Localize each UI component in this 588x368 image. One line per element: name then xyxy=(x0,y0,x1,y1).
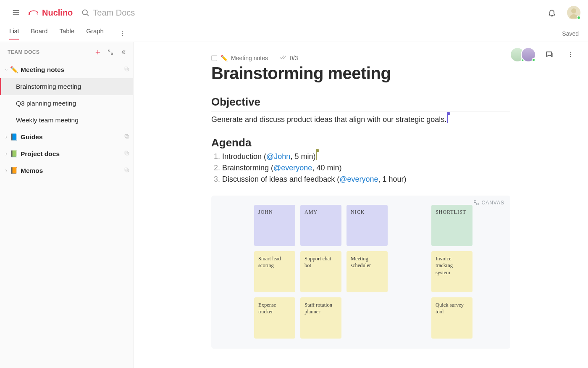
svg-point-2 xyxy=(122,31,123,32)
canvas-note[interactable]: Invoice tracking system xyxy=(431,251,472,292)
search-input[interactable] xyxy=(93,8,202,18)
task-progress[interactable]: 0/3 xyxy=(280,55,298,61)
chevron-right-icon xyxy=(3,152,9,156)
svg-rect-7 xyxy=(126,135,129,138)
canvas-note[interactable]: Smart lead scoring xyxy=(254,251,295,292)
sidebar-item-label: Q3 planning meeting xyxy=(16,100,76,107)
sidebar-tree: ✏️ Meeting notes Brainstorming meeting Q… xyxy=(0,61,133,179)
sidebar-item-label: Guides xyxy=(21,133,43,141)
app-name: Nuclino xyxy=(42,8,73,18)
svg-rect-10 xyxy=(125,151,128,154)
sidebar-item-label: Memos xyxy=(21,167,43,175)
section-agenda-heading[interactable]: Agenda xyxy=(211,136,510,149)
svg-point-4 xyxy=(122,35,123,36)
shapes-icon xyxy=(473,200,479,206)
canvas-badge-label: CANVAS xyxy=(482,200,504,206)
agenda-list[interactable]: Introduction (@John, 5 min) Brainstormin… xyxy=(211,152,510,184)
sidebar-item-project-docs[interactable]: 📗 Project docs xyxy=(0,146,133,162)
collaborator-avatar[interactable] xyxy=(521,47,536,62)
view-tabs: List Board Table Graph xyxy=(9,27,104,40)
svg-point-13 xyxy=(570,52,571,53)
agenda-item[interactable]: Discussion of ideas and feedback (@every… xyxy=(222,175,510,184)
tab-list[interactable]: List xyxy=(9,27,19,40)
canvas-gap xyxy=(393,205,426,246)
copy-icon[interactable] xyxy=(124,167,130,175)
document-area: ✏️ Meeting notes 0/3 Brainstorming meeti… xyxy=(134,42,588,368)
checkmarks-icon xyxy=(280,55,286,61)
breadcrumb-parent[interactable]: ✏️ Meeting notes xyxy=(211,55,268,61)
canvas-empty xyxy=(346,297,380,339)
canvas-gap xyxy=(393,297,426,339)
copy-icon[interactable] xyxy=(124,150,130,158)
sidebar-item-label: Project docs xyxy=(21,150,60,158)
presence-indicator xyxy=(577,16,581,20)
agenda-text: Brainstorming ( xyxy=(222,164,273,172)
collapse-sidebar-icon[interactable] xyxy=(117,46,129,58)
canvas-gap xyxy=(393,251,426,292)
chevron-right-icon xyxy=(3,169,9,173)
folder-emoji: ✏️ xyxy=(10,66,18,74)
doc-more-icon[interactable] xyxy=(563,47,578,62)
page-title[interactable]: Brainstorming meeting xyxy=(211,64,510,83)
agenda-text: , 40 min) xyxy=(312,164,341,172)
canvas-badge: CANVAS xyxy=(473,200,504,206)
view-more-icon[interactable] xyxy=(115,26,130,41)
canvas-note[interactable]: NICK xyxy=(346,205,388,246)
search-box[interactable] xyxy=(81,8,202,18)
sidebar-item-weekly-team[interactable]: Weekly team meeting xyxy=(0,112,133,129)
agenda-text: , 1 hour) xyxy=(378,175,407,183)
search-icon xyxy=(81,8,89,17)
copy-icon[interactable] xyxy=(124,133,130,141)
sidebar-item-label: Brainstorming meeting xyxy=(16,83,81,90)
sidebar-item-guides[interactable]: 📘 Guides xyxy=(0,129,133,146)
mention[interactable]: @everyone xyxy=(273,164,312,172)
agenda-item[interactable]: Introduction (@John, 5 min) xyxy=(222,152,510,161)
svg-rect-6 xyxy=(125,67,128,70)
mention[interactable]: @everyone xyxy=(339,175,378,183)
svg-point-14 xyxy=(570,54,571,55)
canvas-note[interactable]: Expense tracker xyxy=(254,297,295,339)
sidebar-item-label: Weekly team meeting xyxy=(16,116,79,124)
objective-text[interactable]: Generate and discuss product ideas that … xyxy=(211,114,510,125)
svg-rect-11 xyxy=(126,169,129,172)
app-logo[interactable]: Nuclino xyxy=(28,8,73,18)
canvas-note[interactable]: AMY xyxy=(300,205,341,246)
hamburger-menu[interactable] xyxy=(8,5,24,20)
notifications-icon[interactable] xyxy=(544,5,559,20)
tab-board[interactable]: Board xyxy=(31,27,47,40)
agenda-text: Discussion of ideas and feedback ( xyxy=(222,175,339,183)
sidebar-item-meeting-notes[interactable]: ✏️ Meeting notes xyxy=(0,61,133,78)
canvas-block[interactable]: CANVAS JOHN AMY NICK SHORTLIST Smart lea… xyxy=(211,196,510,349)
canvas-note[interactable]: Support chat bot xyxy=(300,251,341,292)
canvas-note[interactable]: SHORTLIST xyxy=(431,205,472,246)
canvas-note[interactable]: Meeting scheduler xyxy=(346,251,388,292)
remote-cursor xyxy=(316,152,317,160)
canvas-note[interactable]: Quick survey tool xyxy=(431,297,472,339)
add-page-button[interactable] xyxy=(92,46,104,58)
breadcrumb: ✏️ Meeting notes 0/3 xyxy=(211,55,510,61)
copy-icon[interactable] xyxy=(124,66,130,74)
breadcrumb-emoji: ✏️ xyxy=(220,55,228,61)
svg-rect-5 xyxy=(126,68,129,71)
current-user-avatar[interactable] xyxy=(567,6,580,19)
svg-point-0 xyxy=(83,10,88,15)
canvas-note[interactable]: JOHN xyxy=(254,205,295,246)
tab-table[interactable]: Table xyxy=(59,27,74,40)
sidebar-item-q3-planning[interactable]: Q3 planning meeting xyxy=(0,95,133,112)
expand-sidebar-icon[interactable] xyxy=(105,46,116,58)
comments-icon[interactable] xyxy=(542,47,557,62)
svg-point-15 xyxy=(570,56,571,57)
sidebar-item-memos[interactable]: 📙 Memos xyxy=(0,162,133,179)
folder-emoji: 📘 xyxy=(10,133,18,141)
svg-rect-16 xyxy=(474,201,476,203)
remote-cursor xyxy=(447,115,448,123)
canvas-note[interactable]: Staff rotation planner xyxy=(300,297,341,339)
agenda-item[interactable]: Brainstorming (@everyone, 40 min) xyxy=(222,164,510,172)
sidebar-item-brainstorming[interactable]: Brainstorming meeting xyxy=(0,78,133,95)
mention[interactable]: @John xyxy=(266,152,290,161)
tab-graph[interactable]: Graph xyxy=(86,27,104,40)
agenda-text: Introduction ( xyxy=(222,152,266,161)
task-count: 0/3 xyxy=(290,55,298,61)
collaborator-avatars[interactable] xyxy=(510,47,536,62)
section-objective-heading[interactable]: Objective xyxy=(211,95,510,111)
